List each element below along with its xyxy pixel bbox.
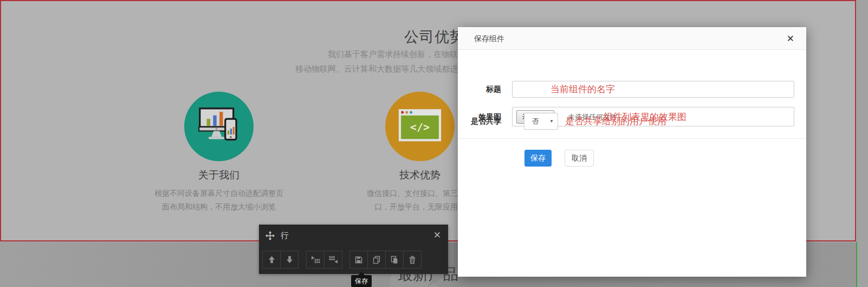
tech-advantage-paragraph: 微信接口、支付接口、第三 口，开放平台，无限应用 xyxy=(325,187,458,214)
share-annotation: 是否共享给别的用户使用 xyxy=(565,113,666,130)
editor-canvas: 公司优势 我们基于客户需求持续创新，在物联 移动物联网、云计算和大数据等几大领域… xyxy=(0,0,868,287)
toolbar-row-label: 行 xyxy=(281,231,289,241)
modal-header: 保存组件 ✕ xyxy=(458,27,806,50)
trash-icon xyxy=(408,256,417,264)
insert-before-button[interactable] xyxy=(306,251,325,269)
move-down-button[interactable] xyxy=(280,251,299,269)
grid-insert-left-icon xyxy=(311,255,320,264)
title-field-label: 标题 xyxy=(458,81,501,98)
delete-row-button[interactable] xyxy=(403,251,422,269)
copy-icon xyxy=(372,256,381,264)
paste-icon xyxy=(390,256,399,264)
arrow-down-icon xyxy=(286,256,294,264)
toolbar-close-icon[interactable]: ✕ xyxy=(433,229,441,241)
share-select[interactable]: 否 ▼ xyxy=(524,113,558,130)
section-selection-outline-green xyxy=(856,242,857,287)
move-handle-icon[interactable] xyxy=(265,231,275,240)
chevron-down-icon: ▼ xyxy=(549,113,554,130)
hero-description-line1: 我们基于客户需求持续创新，在物联 xyxy=(1,47,458,61)
about-us-paragraph: 根据不同设备屏幕尺寸自动适配调整页 面布局和结构，不用放大缩小浏览 xyxy=(127,187,311,214)
hero-description: 我们基于客户需求持续创新，在物联 移动物联网、云计算和大数据等几大领域都进 xyxy=(1,47,458,76)
arrow-up-icon xyxy=(268,256,276,264)
title-input[interactable] xyxy=(512,81,794,98)
modal-save-button[interactable]: 保存 xyxy=(524,150,552,167)
move-up-button[interactable] xyxy=(262,251,281,269)
modal-separator xyxy=(458,138,806,139)
hero-description-line2: 移动物联网、云计算和大数据等几大领域都进 xyxy=(1,61,458,76)
save-icon xyxy=(354,256,363,264)
responsive-devices-icon xyxy=(184,92,254,161)
save-row-button[interactable] xyxy=(349,251,368,269)
insert-after-button[interactable] xyxy=(324,251,342,269)
modal-title: 保存组件 xyxy=(474,27,504,50)
modal-close-icon[interactable]: ✕ xyxy=(787,33,794,44)
paste-row-button[interactable] xyxy=(385,251,404,269)
code-window-icon: </> xyxy=(385,92,455,161)
row-toolbar: 行 ✕ xyxy=(259,225,448,274)
about-us-heading: 关于我们 xyxy=(138,168,300,182)
share-selected-value: 否 xyxy=(532,113,539,130)
save-component-modal: 保存组件 ✕ 标题 效果图 选择文件 未选择任何文件 组件列表里的效果图 是否共… xyxy=(458,27,806,277)
modal-cancel-button[interactable]: 取消 xyxy=(565,150,594,167)
grid-insert-right-icon xyxy=(329,255,338,264)
copy-row-button[interactable] xyxy=(367,251,386,269)
code-glyph: </> xyxy=(410,120,430,133)
share-field-label: 是否共享 xyxy=(458,113,501,130)
save-tooltip: 保存 xyxy=(351,275,372,287)
